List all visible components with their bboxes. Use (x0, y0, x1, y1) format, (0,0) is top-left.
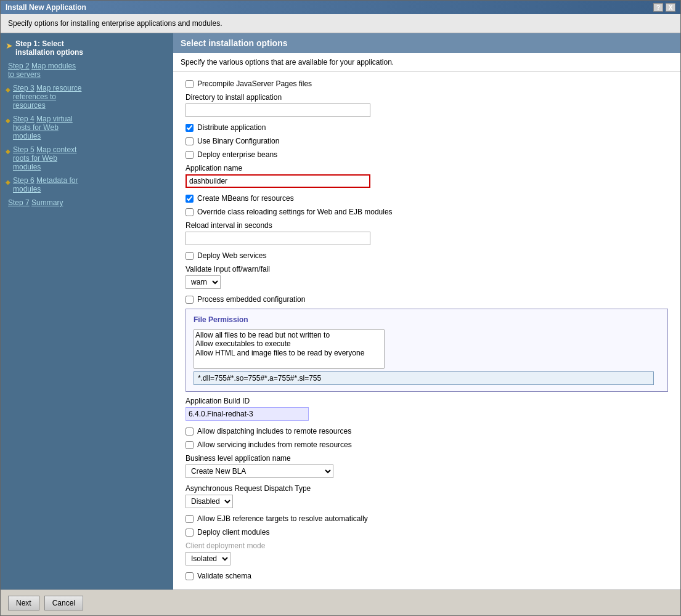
bla-name-label: Business level application name (186, 454, 668, 463)
allow-dispatch-label: Allow dispatching includes to remote res… (197, 427, 351, 436)
diamond-icon-3: ◆ (6, 86, 10, 93)
precompile-jsp-label: Precompile JavaServer Pages files (197, 79, 312, 88)
allow-ejb-resolve-checkbox[interactable] (186, 515, 194, 523)
deploy-client-row: Deploy client modules (186, 528, 668, 537)
override-class-reload-checkbox[interactable] (186, 208, 194, 216)
file-permission-section: File Permission Allow all files to be re… (186, 309, 668, 392)
deploy-ejb-checkbox[interactable] (186, 151, 194, 159)
sidebar-item-step1[interactable]: ➤ Step 1: Selectinstallation options (6, 39, 168, 57)
bottom-bar: Next Cancel (1, 590, 680, 615)
right-panel: Select installation options Specify the … (173, 33, 680, 590)
app-name-label: Application name (186, 164, 668, 172)
diamond-icon-5: ◆ (6, 148, 10, 155)
main-content: ➤ Step 1: Selectinstallation options Ste… (1, 33, 680, 590)
use-binary-config-label: Use Binary Configuration (197, 137, 279, 145)
client-deploy-mode-label: Client deployment mode (186, 541, 668, 550)
allow-ejb-resolve-row: Allow EJB reference targets to resolve a… (186, 514, 668, 523)
top-description: Specify options for installing enterpris… (1, 14, 680, 33)
step7-text: Summary (31, 198, 63, 207)
process-embedded-checkbox[interactable] (186, 296, 194, 304)
cancel-button[interactable]: Cancel (44, 596, 83, 610)
validate-input-select[interactable]: off warn fail (186, 275, 221, 289)
step3-link[interactable]: Step 3 (13, 84, 35, 92)
validate-input-label: Validate Input off/warn/fail (186, 265, 668, 274)
bla-name-row: Business level application name Create N… (186, 454, 668, 478)
reload-interval-input[interactable] (186, 232, 370, 245)
validate-schema-row: Validate schema (186, 572, 668, 580)
use-binary-config-row: Use Binary Configuration (186, 137, 668, 145)
client-deploy-mode-row: Client deployment mode Isolated Server C… (186, 541, 668, 565)
window-title: Install New Application (6, 3, 86, 12)
precompile-jsp-checkbox[interactable] (186, 80, 194, 88)
file-permission-listbox[interactable]: Allow all files to be read but not writt… (194, 329, 385, 369)
deploy-web-services-label: Deploy Web services (197, 251, 267, 260)
app-build-id-input[interactable] (186, 407, 309, 421)
file-permission-value-input[interactable] (194, 371, 654, 385)
distribute-app-checkbox[interactable] (186, 124, 194, 132)
directory-input[interactable] (186, 103, 370, 117)
sidebar-item-step7[interactable]: Step 7 Summary (8, 198, 168, 207)
use-binary-config-checkbox[interactable] (186, 137, 194, 145)
async-dispatch-row: Asynchronous Request Dispatch Type Disab… (186, 484, 668, 508)
window-frame: Install New Application ? X Specify opti… (0, 0, 681, 616)
deploy-client-label: Deploy client modules (197, 528, 269, 537)
process-embedded-label: Process embedded configuration (197, 295, 305, 304)
override-class-reload-row: Override class reloading settings for We… (186, 208, 668, 216)
sidebar-item-step2[interactable]: Step 2 Map modulesto servers (8, 62, 168, 79)
deploy-client-checkbox[interactable] (186, 529, 194, 537)
app-build-id-label: Application Build ID (186, 397, 668, 405)
directory-row: Directory to install application (186, 93, 668, 117)
sidebar-item-step5[interactable]: ◆ Step 5 Map contextroots for Webmodules (6, 145, 168, 171)
allow-service-row: Allow servicing includes from remote res… (186, 440, 668, 449)
app-name-input[interactable] (186, 174, 370, 188)
deploy-ejb-row: Deploy enterprise beans (186, 150, 668, 159)
sidebar-item-step3[interactable]: ◆ Step 3 Map resourcereferences toresour… (6, 84, 168, 110)
step6-link[interactable]: Step 6 (13, 176, 35, 185)
app-build-id-row: Application Build ID (186, 397, 668, 421)
create-mbeans-label: Create MBeans for resources (197, 194, 294, 203)
step2-link[interactable]: Step 2 (8, 62, 30, 70)
reload-interval-label: Reload interval in seconds (186, 221, 668, 230)
distribute-app-label: Distribute application (197, 123, 266, 132)
allow-dispatch-row: Allow dispatching includes to remote res… (186, 427, 668, 436)
step4-link[interactable]: Step 4 (13, 115, 35, 123)
async-dispatch-select[interactable]: Disabled Local Both (186, 495, 233, 508)
reload-interval-row: Reload interval in seconds (186, 221, 668, 245)
help-button[interactable]: ? (653, 3, 663, 12)
sidebar: ➤ Step 1: Selectinstallation options Ste… (1, 33, 173, 590)
directory-label: Directory to install application (186, 93, 668, 102)
sidebar-item-step6[interactable]: ◆ Step 6 Metadata formodules (6, 176, 168, 193)
bla-name-select[interactable]: Create New BLA Existing BLA (186, 464, 333, 478)
panel-description: Specify the various options that are ava… (173, 53, 680, 72)
create-mbeans-row: Create MBeans for resources (186, 194, 668, 203)
arrow-icon: ➤ (6, 41, 13, 51)
step7-link[interactable]: Step 7 (8, 198, 30, 207)
app-name-row: Application name (186, 164, 668, 188)
validate-schema-checkbox[interactable] (186, 572, 194, 580)
deploy-ejb-label: Deploy enterprise beans (197, 150, 277, 159)
allow-dispatch-checkbox[interactable] (186, 428, 194, 436)
next-button[interactable]: Next (8, 596, 39, 610)
client-deploy-mode-select[interactable]: Isolated Server Client (186, 552, 230, 565)
step1-label: Step 1: (15, 39, 42, 48)
file-permission-title: File Permission (194, 315, 660, 324)
async-dispatch-label: Asynchronous Request Dispatch Type (186, 484, 668, 493)
validate-schema-label: Validate schema (197, 572, 251, 580)
allow-service-label: Allow servicing includes from remote res… (197, 440, 352, 449)
create-mbeans-checkbox[interactable] (186, 195, 194, 203)
allow-service-checkbox[interactable] (186, 441, 194, 449)
distribute-app-row: Distribute application (186, 123, 668, 132)
step5-link[interactable]: Step 5 (13, 145, 35, 154)
deploy-web-services-row: Deploy Web services (186, 251, 668, 260)
diamond-icon-6: ◆ (6, 179, 10, 185)
title-bar-buttons: ? X (653, 3, 675, 12)
precompile-jsp-row: Precompile JavaServer Pages files (186, 79, 668, 88)
validate-input-row: Validate Input off/warn/fail off warn fa… (186, 265, 668, 289)
override-class-reload-label: Override class reloading settings for We… (197, 208, 393, 216)
title-bar: Install New Application ? X (1, 1, 680, 14)
sidebar-item-step4[interactable]: ◆ Step 4 Map virtualhosts for Webmodules (6, 115, 168, 140)
diamond-icon-4: ◆ (6, 117, 10, 124)
close-button[interactable]: X (666, 3, 675, 12)
deploy-web-services-checkbox[interactable] (186, 252, 194, 260)
process-embedded-row: Process embedded configuration (186, 295, 668, 304)
